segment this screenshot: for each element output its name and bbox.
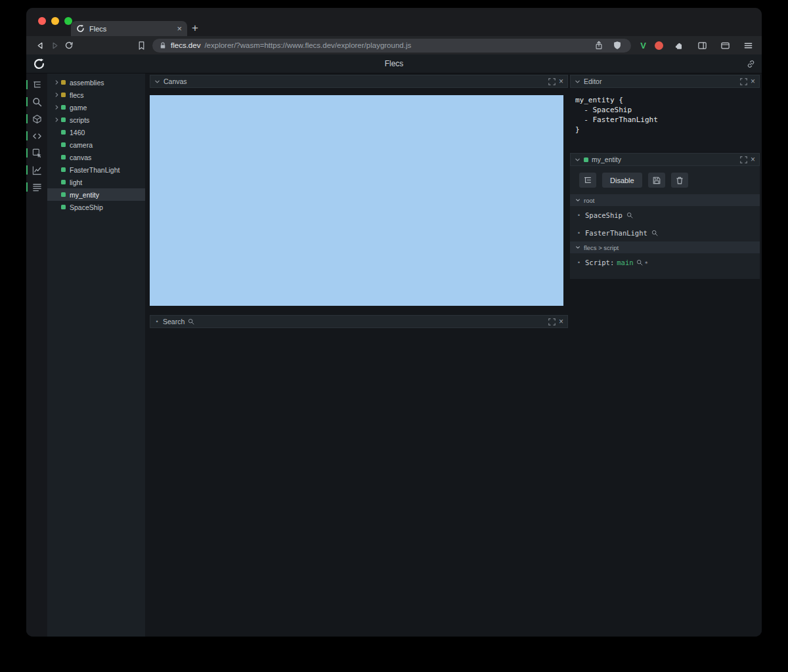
tree-item-1460[interactable]: 1460 [47, 126, 145, 138]
tab-close-icon[interactable]: × [177, 24, 182, 33]
browser-toolbar: flecs.dev/explorer/?wasm=https://www.fle… [26, 36, 762, 54]
section-header-flecs-script[interactable]: flecs > script [570, 242, 760, 253]
entity-color-square [61, 105, 66, 110]
sidebar-tree-button[interactable] [26, 79, 47, 90]
reload-button[interactable] [62, 38, 76, 52]
brave-shield-icon[interactable] [610, 39, 624, 52]
component-label: FasterThanLight [585, 229, 647, 237]
component-row-script-main[interactable]: • Script: main ∗ [570, 253, 760, 271]
wallet-icon[interactable] [718, 38, 732, 52]
section-title: flecs > script [584, 244, 619, 251]
tree-item-label: canvas [70, 154, 91, 161]
bullet-icon: • [577, 259, 581, 266]
expand-icon[interactable] [548, 318, 556, 326]
canvas-panel-header: Canvas × [150, 75, 568, 88]
tree-item-fasterthanlight[interactable]: FasterThanLight [47, 163, 145, 176]
entity-color-square [61, 130, 66, 135]
sidebar-stats-button[interactable] [26, 165, 47, 175]
tree-view-button[interactable] [579, 173, 596, 188]
inspect-cursor-icon [32, 148, 42, 158]
delete-button[interactable] [671, 173, 688, 188]
address-bar[interactable]: flecs.dev/explorer/?wasm=https://www.fle… [152, 39, 631, 52]
browser-tab[interactable]: Flecs × [71, 21, 187, 36]
disable-button[interactable]: Disable [602, 173, 642, 188]
expand-icon[interactable] [740, 156, 747, 163]
left-icon-sidebar [26, 74, 47, 637]
code-icon [32, 131, 42, 141]
asterisk-icon: ∗ [645, 259, 648, 266]
rows-icon [32, 182, 42, 192]
section-title: root [584, 197, 594, 204]
tree-item-light[interactable]: light [47, 176, 145, 188]
tree-item-scripts[interactable]: scripts [47, 114, 145, 126]
new-tab-button[interactable]: + [192, 22, 198, 33]
close-icon[interactable]: × [751, 77, 755, 85]
component-row-spaceship[interactable]: • SpaceShip [570, 206, 760, 224]
entity-inspector-panel: my_entity × Disable [570, 153, 760, 279]
share-button[interactable] [592, 39, 606, 52]
tree-item-assemblies[interactable]: assemblies [47, 76, 145, 89]
extension-v-icon[interactable]: V [640, 41, 646, 51]
chevron-down-icon[interactable] [154, 79, 160, 85]
expand-icon[interactable] [548, 78, 556, 85]
save-button[interactable] [648, 173, 665, 188]
panel-dot-icon[interactable]: • [154, 318, 160, 325]
entity-color-square [61, 205, 66, 209]
entity-toolbar: Disable [570, 166, 760, 194]
active-indicator [26, 80, 28, 89]
window-minimize-button[interactable] [51, 17, 59, 25]
menu-icon[interactable] [741, 38, 755, 52]
canvas-surface[interactable] [150, 95, 563, 306]
bookmark-icon[interactable] [134, 38, 148, 52]
canvas-panel-title: Canvas [164, 77, 187, 85]
search-icon[interactable] [651, 230, 658, 236]
desktop-background: Flecs × + flecs.dev/explorer/?wasm=https… [0, 0, 788, 672]
bullet-icon: • [577, 212, 581, 219]
section-header-root[interactable]: root [570, 194, 760, 206]
sidebar-search-button[interactable] [26, 96, 47, 107]
code-line: my_entity { [575, 95, 755, 105]
canvas-panel: Canvas × [150, 75, 568, 310]
window-controls [38, 17, 72, 25]
entity-color-square [61, 155, 66, 159]
close-icon[interactable]: × [751, 156, 755, 163]
sidebar-toggle-icon[interactable] [695, 38, 709, 52]
tree-item-canvas[interactable]: canvas [47, 151, 145, 163]
tree-item-label: 1460 [70, 129, 85, 136]
close-icon[interactable]: × [559, 77, 563, 85]
code-line: - SpaceShip [575, 105, 755, 115]
chevron-right-icon[interactable] [54, 117, 61, 123]
tree-item-my-entity[interactable]: my_entity [47, 188, 145, 201]
sidebar-queries-button[interactable] [26, 182, 47, 192]
component-label: SpaceShip [585, 211, 623, 219]
back-button[interactable] [33, 38, 47, 52]
extension-red-icon[interactable] [655, 41, 663, 50]
flecs-app: Flecs [26, 54, 762, 637]
forward-button[interactable] [47, 38, 62, 52]
expand-icon[interactable] [740, 78, 747, 85]
editor-panel-title: Editor [584, 77, 602, 85]
editor-panel: Editor × my_entity { - SpaceShip - Faste… [570, 75, 760, 151]
component-row-fasterthanlight[interactable]: • FasterThanLight [570, 224, 760, 242]
code-editor[interactable]: my_entity { - SpaceShip - FasterThanLigh… [570, 88, 760, 151]
tree-item-game[interactable]: game [47, 101, 145, 114]
sidebar-editor-button[interactable] [26, 131, 47, 141]
active-indicator [26, 131, 28, 140]
window-close-button[interactable] [38, 17, 46, 25]
chevron-down-icon[interactable] [575, 79, 580, 85]
tree-item-camera[interactable]: camera [47, 138, 145, 151]
chevron-right-icon[interactable] [54, 79, 61, 85]
chevron-down-icon[interactable] [575, 157, 580, 163]
chevron-down-icon [575, 198, 580, 203]
chevron-right-icon[interactable] [54, 92, 61, 98]
search-icon[interactable] [626, 212, 633, 219]
extensions-puzzle-icon[interactable] [672, 38, 686, 52]
sidebar-entities-button[interactable] [26, 114, 47, 124]
tree-item-spaceship[interactable]: SpaceShip [47, 201, 145, 213]
tree-item-flecs[interactable]: flecs [47, 89, 145, 101]
tree-item-label: my_entity [70, 191, 99, 199]
chevron-right-icon[interactable] [54, 104, 61, 110]
search-icon[interactable] [636, 259, 643, 266]
sidebar-inspect-button[interactable] [26, 148, 47, 158]
close-icon[interactable]: × [559, 318, 563, 326]
